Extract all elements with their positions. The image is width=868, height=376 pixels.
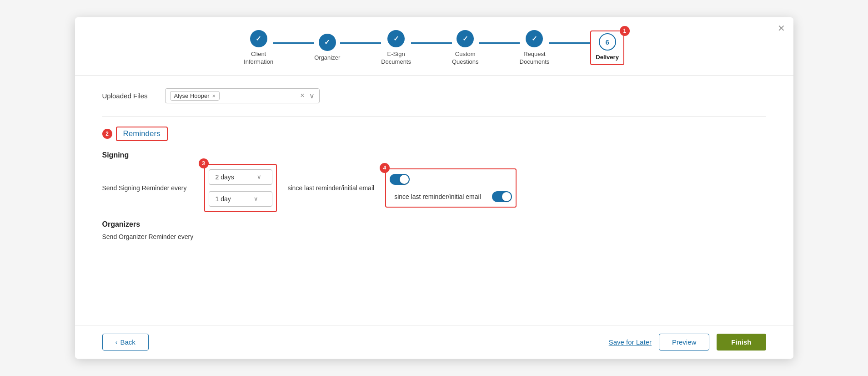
- organizer-reminder-row: Send Organizer Reminder every: [102, 233, 766, 240]
- stepper: ✓ ClientInformation ✓ Organizer ✓ E-Sign…: [75, 17, 793, 76]
- connector-3: [411, 42, 452, 44]
- divider: [102, 116, 766, 117]
- step-delivery[interactable]: 1 6 Delivery: [590, 30, 624, 65]
- step-circle-3: ✓: [387, 30, 405, 47]
- back-label: Back: [120, 338, 135, 346]
- annotation-3-box: 2 days ∨ 1 day ∨: [204, 164, 277, 212]
- signing-toggle-knob: [400, 175, 409, 184]
- step-client-information[interactable]: ✓ ClientInformation: [244, 30, 273, 66]
- step-label-5: RequestDocuments: [520, 51, 550, 66]
- step-badge-1: 1: [620, 26, 630, 36]
- step-circle-5: ✓: [526, 30, 543, 47]
- connector-2: [340, 42, 381, 44]
- organizer-dropdown[interactable]: 1 day ∨: [209, 191, 272, 207]
- signing-dropdown[interactable]: 2 days ∨: [209, 169, 272, 185]
- tag-text: Alyse Hooper: [174, 92, 210, 99]
- modal: ✕ ✓ ClientInformation ✓ Organizer ✓ E-Si…: [75, 17, 793, 359]
- organizer-toggle-knob: [502, 192, 511, 201]
- step-request-documents[interactable]: ✓ RequestDocuments: [520, 30, 550, 66]
- step-circle-6: 6: [599, 33, 616, 51]
- signing-reminder-label: Send Signing Reminder every: [102, 184, 198, 192]
- signing-section-title: Signing: [102, 151, 766, 159]
- organizer-reminder-label: Send Organizer Reminder every: [102, 233, 198, 240]
- step-label-6: Delivery: [596, 54, 619, 61]
- step-esign[interactable]: ✓ E-SignDocuments: [381, 30, 411, 66]
- chevron-down-icon[interactable]: ∨: [309, 91, 315, 100]
- step-circle-2: ✓: [319, 34, 336, 51]
- check-icon-4: ✓: [462, 35, 468, 43]
- reminders-title-box: Reminders: [116, 127, 168, 141]
- signing-since-label: since last reminder/initial email: [288, 184, 375, 192]
- organizer-since-label: since last reminder/initial email: [394, 193, 481, 200]
- uploaded-files-tag: Alyse Hooper ×: [170, 91, 220, 101]
- reminders-badge: 2: [102, 129, 112, 139]
- step-active-box: 6 Delivery: [590, 30, 624, 65]
- check-icon-2: ✓: [324, 38, 330, 46]
- back-button[interactable]: ‹ Back: [102, 334, 149, 351]
- preview-button[interactable]: Preview: [659, 334, 709, 351]
- uploaded-files-row: Uploaded Files Alyse Hooper × × ∨: [102, 88, 766, 103]
- footer: ‹ Back Save for Later Preview Finish: [75, 325, 793, 359]
- step-label-2: Organizer: [314, 54, 340, 62]
- close-button[interactable]: ✕: [778, 24, 785, 33]
- main-content: Uploaded Files Alyse Hooper × × ∨ 2 Remi…: [75, 76, 793, 325]
- check-icon-5: ✓: [532, 35, 537, 43]
- step-label-3: E-SignDocuments: [381, 51, 411, 66]
- organizer-dropdown-arrow: ∨: [254, 195, 258, 202]
- uploaded-files-label: Uploaded Files: [102, 92, 152, 100]
- step-circle-4: ✓: [457, 30, 474, 47]
- step-circle-1: ✓: [250, 30, 267, 47]
- clear-icon[interactable]: ×: [300, 91, 304, 100]
- connector-4: [479, 42, 520, 44]
- annotation-4-box: since last reminder/initial email: [385, 168, 517, 208]
- tag-remove-icon[interactable]: ×: [212, 92, 216, 99]
- step-label-4: CustomQuestions: [452, 51, 479, 66]
- step-custom-questions[interactable]: ✓ CustomQuestions: [452, 30, 479, 66]
- signing-toggle[interactable]: [390, 174, 410, 185]
- organizer-toggle[interactable]: [492, 191, 512, 202]
- check-icon-1: ✓: [256, 35, 261, 43]
- signing-dropdown-value: 2 days: [216, 173, 234, 181]
- step-organizer[interactable]: ✓ Organizer: [314, 34, 340, 62]
- check-icon-3: ✓: [393, 35, 399, 43]
- reminders-title: Reminders: [123, 129, 161, 138]
- step-label-1: ClientInformation: [244, 51, 273, 66]
- connector-5: [549, 42, 590, 44]
- organizers-section-title: Organizers: [102, 220, 766, 229]
- connector-1: [273, 42, 314, 44]
- finish-button[interactable]: Finish: [717, 334, 766, 351]
- signing-reminder-row: Send Signing Reminder every 3 2 days ∨ 1…: [102, 164, 766, 212]
- back-chevron-icon: ‹: [115, 338, 118, 346]
- save-later-button[interactable]: Save for Later: [609, 338, 652, 346]
- signing-dropdown-arrow: ∨: [257, 173, 261, 180]
- organizer-dropdown-value: 1 day: [216, 195, 231, 203]
- reminders-section: 2 Reminders Signing Send Signing Reminde…: [102, 127, 766, 240]
- reminders-badge-row: 2 Reminders: [102, 127, 766, 141]
- multiselect-controls[interactable]: × ∨: [300, 91, 314, 100]
- uploaded-files-multiselect[interactable]: Alyse Hooper × × ∨: [165, 88, 320, 103]
